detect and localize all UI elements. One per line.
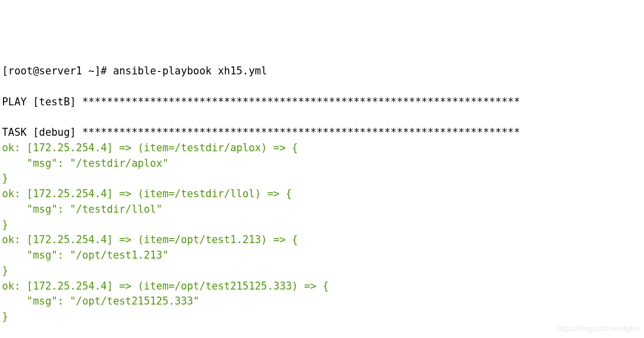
play-header: PLAY [testB] ***************************… [2,96,520,108]
task-item: ok: [172.25.254.4] => (item=/testdir/llo… [2,188,292,231]
watermark: https://blog.csdn.net/Aplox [558,324,640,334]
task-header: TASK [debug] ***************************… [2,126,520,138]
prompt: [root@server1 ~]# ansible-playbook xh15.… [2,65,267,77]
task-item: ok: [172.25.254.4] => (item=/testdir/apl… [2,142,298,185]
task-item: ok: [172.25.254.4] => (item=/opt/test215… [2,280,329,323]
task-item: ok: [172.25.254.4] => (item=/opt/test1.2… [2,234,298,277]
terminal-output: [root@server1 ~]# ansible-playbook xh15.… [2,63,644,338]
